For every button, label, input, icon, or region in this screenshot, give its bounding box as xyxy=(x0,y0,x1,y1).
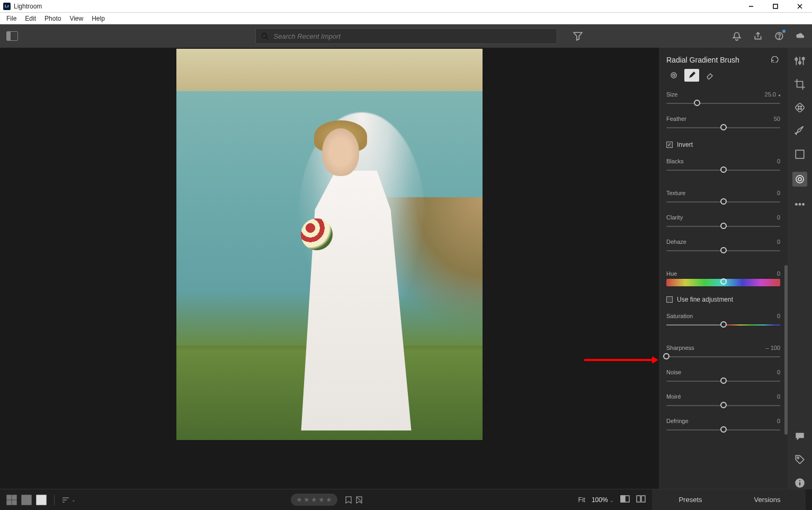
slider-sharpness[interactable]: Sharpness– 100 xyxy=(659,342,788,367)
svg-point-21 xyxy=(798,108,799,109)
svg-point-24 xyxy=(796,175,804,183)
svg-line-50 xyxy=(357,497,361,502)
svg-rect-43 xyxy=(22,502,24,504)
app-title: Lightroom xyxy=(14,3,42,10)
menu-help[interactable]: Help xyxy=(87,14,109,23)
slider-texture[interactable]: Texture0 xyxy=(659,188,788,212)
filter-button[interactable] xyxy=(573,31,583,41)
svg-point-29 xyxy=(797,457,799,459)
star-2[interactable]: ★ xyxy=(304,496,310,504)
reset-icon[interactable] xyxy=(771,55,780,65)
view-single[interactable] xyxy=(36,496,47,504)
rating-stars[interactable]: ★ ★ ★ ★ ★ xyxy=(291,494,337,506)
checkbox-fineadj[interactable]: Use fine adjustment xyxy=(659,293,788,311)
presets-button[interactable]: Presets xyxy=(652,489,729,510)
svg-rect-35 xyxy=(7,500,11,505)
share-icon[interactable] xyxy=(753,31,763,41)
menu-file[interactable]: File xyxy=(2,14,21,23)
slider-size[interactable]: Size25.0◂ xyxy=(659,89,788,113)
fit-label[interactable]: Fit xyxy=(578,496,585,504)
svg-rect-18 xyxy=(795,103,805,113)
right-tool-strip xyxy=(788,48,812,489)
svg-rect-52 xyxy=(621,496,625,502)
star-3[interactable]: ★ xyxy=(311,496,317,504)
tool-info-icon[interactable] xyxy=(794,477,806,489)
svg-point-25 xyxy=(798,178,801,181)
tool-adjust-icon[interactable] xyxy=(794,55,806,67)
star-5[interactable]: ★ xyxy=(326,496,332,504)
svg-point-7 xyxy=(779,38,779,39)
sort-button[interactable]: ⌄ xyxy=(62,497,76,503)
svg-rect-1 xyxy=(773,4,778,8)
flag-pick-icon[interactable] xyxy=(345,496,352,504)
tool-comment-icon[interactable] xyxy=(794,430,806,442)
annotation-arrow xyxy=(584,356,658,364)
svg-rect-36 xyxy=(12,500,16,505)
notifications-icon[interactable] xyxy=(731,31,742,41)
search-input[interactable]: Search Recent Import xyxy=(255,28,557,44)
star-4[interactable]: ★ xyxy=(318,496,325,504)
svg-rect-38 xyxy=(25,495,28,498)
window-titlebar: Lr Lightroom xyxy=(0,0,812,13)
mode-new[interactable] xyxy=(666,69,681,82)
slider-hue[interactable]: Hue0 xyxy=(659,268,788,293)
tool-crop-icon[interactable] xyxy=(794,78,806,90)
search-placeholder: Search Recent Import xyxy=(274,32,341,40)
tool-more-icon[interactable] xyxy=(794,198,806,210)
menubar: File Edit Photo View Help xyxy=(0,13,812,24)
app-icon: Lr xyxy=(3,3,11,10)
mode-erase[interactable] xyxy=(702,69,717,82)
slider-blacks[interactable]: Blacks0 xyxy=(659,156,788,180)
top-toolbar: Search Recent Import xyxy=(0,24,812,48)
bottom-bar: ⌄ ★ ★ ★ ★ ★ Fit 100% ⌄ Presets Versions xyxy=(0,489,812,510)
svg-rect-45 xyxy=(29,502,31,504)
zoom-value[interactable]: 100% xyxy=(592,496,608,504)
tool-heal-icon[interactable] xyxy=(794,102,806,113)
svg-rect-41 xyxy=(25,498,28,501)
cloud-sync-icon[interactable] xyxy=(795,31,806,41)
slider-defringe[interactable]: Defringe0 xyxy=(659,416,788,440)
slider-clarity[interactable]: Clarity0 xyxy=(659,212,788,236)
left-panel-toggle[interactable] xyxy=(6,31,18,41)
compare-icon[interactable] xyxy=(636,495,646,504)
svg-point-26 xyxy=(796,203,797,205)
window-minimize-button[interactable] xyxy=(739,0,763,13)
photo-canvas[interactable] xyxy=(0,48,658,489)
window-close-button[interactable] xyxy=(788,0,812,13)
versions-button[interactable]: Versions xyxy=(729,489,806,510)
view-grid-large[interactable] xyxy=(21,496,32,504)
slider-feather[interactable]: Feather50 xyxy=(659,113,788,138)
star-1[interactable]: ★ xyxy=(296,496,302,504)
svg-rect-40 xyxy=(22,498,24,501)
mode-brush[interactable] xyxy=(684,69,699,82)
window-maximize-button[interactable] xyxy=(763,0,788,13)
slider-dehaze[interactable]: Dehaze0 xyxy=(659,236,788,261)
tool-radial-gradient-icon[interactable] xyxy=(792,172,807,187)
search-icon xyxy=(261,32,269,40)
invert-checkbox[interactable]: Invert xyxy=(659,138,788,156)
slider-moire[interactable]: Moiré0 xyxy=(659,391,788,416)
menu-edit[interactable]: Edit xyxy=(21,14,40,23)
svg-rect-44 xyxy=(25,502,28,504)
menu-photo[interactable]: Photo xyxy=(40,14,65,23)
panel-scrollbar[interactable] xyxy=(784,265,788,435)
menu-view[interactable]: View xyxy=(65,14,87,23)
slider-noise[interactable]: Noise0 xyxy=(659,367,788,391)
photo-preview xyxy=(176,49,483,440)
svg-rect-23 xyxy=(796,150,804,158)
svg-point-22 xyxy=(800,108,801,109)
show-original-icon[interactable] xyxy=(620,495,630,504)
help-icon[interactable] xyxy=(774,31,784,41)
edit-panel: Radial Gradient Brush Size25.0◂ Feather5… xyxy=(658,48,788,489)
slider-saturation[interactable]: Saturation0 xyxy=(659,311,788,335)
svg-rect-34 xyxy=(12,495,16,499)
view-grid-small[interactable] xyxy=(6,496,17,504)
svg-rect-42 xyxy=(29,498,31,501)
svg-rect-37 xyxy=(22,495,24,498)
svg-marker-9 xyxy=(652,356,658,364)
tool-brush-icon[interactable] xyxy=(794,125,806,137)
tool-linear-gradient-icon[interactable] xyxy=(794,148,806,160)
checkbox-icon xyxy=(666,296,673,303)
flag-reject-icon[interactable] xyxy=(355,496,363,504)
tool-keyword-icon[interactable] xyxy=(794,454,806,465)
